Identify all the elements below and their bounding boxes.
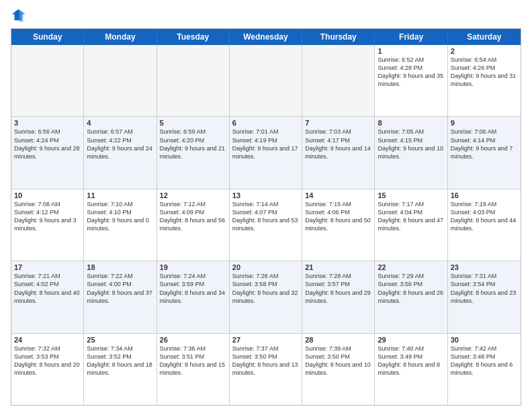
cell-info: Sunrise: 7:34 AM Sunset: 3:52 PM Dayligh… [87, 345, 153, 377]
day-number: 28 [305, 336, 371, 344]
calendar-cell: 27Sunrise: 7:37 AM Sunset: 3:50 PM Dayli… [230, 334, 302, 405]
calendar-cell: 13Sunrise: 7:14 AM Sunset: 4:07 PM Dayli… [230, 189, 302, 261]
day-number: 15 [378, 191, 444, 199]
calendar-cell [84, 45, 157, 116]
header-cell-sunday: Sunday [11, 29, 84, 45]
calendar-cell: 9Sunrise: 7:06 AM Sunset: 4:14 PM Daylig… [448, 117, 521, 188]
cell-info: Sunrise: 7:36 AM Sunset: 3:51 PM Dayligh… [160, 345, 226, 377]
calendar-cell: 6Sunrise: 7:01 AM Sunset: 4:19 PM Daylig… [230, 117, 302, 188]
calendar-cell: 18Sunrise: 7:22 AM Sunset: 4:00 PM Dayli… [84, 261, 157, 332]
day-number: 27 [232, 336, 299, 344]
cell-info: Sunrise: 7:26 AM Sunset: 3:58 PM Dayligh… [232, 272, 299, 305]
day-number: 9 [451, 119, 518, 127]
header-cell-wednesday: Wednesday [230, 29, 302, 45]
day-number: 20 [232, 263, 299, 271]
calendar-cell: 14Sunrise: 7:15 AM Sunset: 4:06 PM Dayli… [302, 189, 375, 261]
cell-info: Sunrise: 6:57 AM Sunset: 4:22 PM Dayligh… [87, 128, 153, 161]
header-cell-saturday: Saturday [448, 29, 521, 45]
cell-info: Sunrise: 7:21 AM Sunset: 4:02 PM Dayligh… [14, 272, 81, 305]
calendar-cell: 25Sunrise: 7:34 AM Sunset: 3:52 PM Dayli… [84, 334, 157, 405]
cell-info: Sunrise: 6:52 AM Sunset: 4:28 PM Dayligh… [378, 56, 444, 89]
calendar-cell: 3Sunrise: 6:56 AM Sunset: 4:24 PM Daylig… [11, 117, 84, 188]
day-number: 2 [451, 47, 518, 55]
calendar-cell: 26Sunrise: 7:36 AM Sunset: 3:51 PM Dayli… [157, 334, 230, 405]
calendar-cell: 15Sunrise: 7:17 AM Sunset: 4:04 PM Dayli… [375, 189, 447, 261]
cell-info: Sunrise: 7:39 AM Sunset: 3:50 PM Dayligh… [305, 345, 371, 377]
day-number: 6 [232, 119, 299, 127]
calendar-row: 17Sunrise: 7:21 AM Sunset: 4:02 PM Dayli… [11, 261, 521, 333]
cell-info: Sunrise: 7:40 AM Sunset: 3:49 PM Dayligh… [378, 345, 444, 377]
cell-info: Sunrise: 7:17 AM Sunset: 4:04 PM Dayligh… [378, 200, 444, 233]
cell-info: Sunrise: 7:10 AM Sunset: 4:10 PM Dayligh… [87, 200, 153, 233]
calendar-cell: 11Sunrise: 7:10 AM Sunset: 4:10 PM Dayli… [84, 189, 157, 261]
calendar-cell: 8Sunrise: 7:05 AM Sunset: 4:15 PM Daylig… [375, 117, 447, 188]
cell-info: Sunrise: 6:54 AM Sunset: 4:26 PM Dayligh… [451, 56, 518, 89]
cell-info: Sunrise: 7:12 AM Sunset: 4:09 PM Dayligh… [160, 200, 226, 233]
day-number: 12 [160, 191, 226, 199]
calendar-cell [230, 45, 302, 116]
calendar-cell: 22Sunrise: 7:29 AM Sunset: 3:56 PM Dayli… [375, 261, 447, 332]
calendar-cell: 30Sunrise: 7:42 AM Sunset: 3:48 PM Dayli… [448, 334, 521, 405]
day-number: 14 [305, 191, 371, 199]
calendar-cell: 16Sunrise: 7:19 AM Sunset: 4:03 PM Dayli… [448, 189, 521, 261]
cell-info: Sunrise: 7:15 AM Sunset: 4:06 PM Dayligh… [305, 200, 371, 233]
calendar-cell: 4Sunrise: 6:57 AM Sunset: 4:22 PM Daylig… [84, 117, 157, 188]
header [11, 8, 521, 23]
day-number: 8 [378, 119, 444, 127]
day-number: 18 [87, 263, 153, 271]
logo [11, 8, 28, 23]
day-number: 26 [160, 336, 226, 344]
calendar-cell [302, 45, 375, 116]
calendar-cell: 12Sunrise: 7:12 AM Sunset: 4:09 PM Dayli… [157, 189, 230, 261]
day-number: 22 [378, 263, 444, 271]
cell-info: Sunrise: 7:08 AM Sunset: 4:12 PM Dayligh… [14, 200, 81, 233]
calendar-row: 1Sunrise: 6:52 AM Sunset: 4:28 PM Daylig… [11, 45, 521, 117]
day-number: 30 [451, 336, 518, 344]
calendar-cell: 29Sunrise: 7:40 AM Sunset: 3:49 PM Dayli… [375, 334, 447, 405]
cell-info: Sunrise: 7:03 AM Sunset: 4:17 PM Dayligh… [305, 128, 371, 161]
calendar-cell: 17Sunrise: 7:21 AM Sunset: 4:02 PM Dayli… [11, 261, 84, 332]
day-number: 4 [87, 119, 153, 127]
cell-info: Sunrise: 7:06 AM Sunset: 4:14 PM Dayligh… [451, 128, 518, 161]
calendar-cell: 10Sunrise: 7:08 AM Sunset: 4:12 PM Dayli… [11, 189, 84, 261]
calendar-cell: 1Sunrise: 6:52 AM Sunset: 4:28 PM Daylig… [375, 45, 447, 116]
header-cell-thursday: Thursday [302, 29, 375, 45]
cell-info: Sunrise: 6:59 AM Sunset: 4:20 PM Dayligh… [160, 128, 226, 161]
day-number: 3 [14, 119, 81, 127]
header-cell-monday: Monday [84, 29, 157, 45]
cell-info: Sunrise: 7:28 AM Sunset: 3:57 PM Dayligh… [305, 272, 371, 305]
cell-info: Sunrise: 7:01 AM Sunset: 4:19 PM Dayligh… [232, 128, 299, 161]
day-number: 1 [378, 47, 444, 55]
day-number: 25 [87, 336, 153, 344]
calendar-row: 3Sunrise: 6:56 AM Sunset: 4:24 PM Daylig… [11, 117, 521, 189]
calendar-body: 1Sunrise: 6:52 AM Sunset: 4:28 PM Daylig… [11, 45, 521, 405]
calendar-cell: 21Sunrise: 7:28 AM Sunset: 3:57 PM Dayli… [302, 261, 375, 332]
calendar-cell: 24Sunrise: 7:32 AM Sunset: 3:53 PM Dayli… [11, 334, 84, 405]
cell-info: Sunrise: 7:29 AM Sunset: 3:56 PM Dayligh… [378, 272, 444, 305]
cell-info: Sunrise: 7:32 AM Sunset: 3:53 PM Dayligh… [14, 345, 81, 377]
day-number: 21 [305, 263, 371, 271]
header-cell-tuesday: Tuesday [157, 29, 230, 45]
day-number: 19 [160, 263, 226, 271]
day-number: 7 [305, 119, 371, 127]
day-number: 11 [87, 191, 153, 199]
calendar-cell [157, 45, 230, 116]
calendar-header: SundayMondayTuesdayWednesdayThursdayFrid… [11, 29, 521, 45]
logo-icon [11, 8, 26, 23]
cell-info: Sunrise: 7:05 AM Sunset: 4:15 PM Dayligh… [378, 128, 444, 161]
cell-info: Sunrise: 7:42 AM Sunset: 3:48 PM Dayligh… [451, 345, 518, 377]
header-cell-friday: Friday [375, 29, 447, 45]
cell-info: Sunrise: 6:56 AM Sunset: 4:24 PM Dayligh… [14, 128, 81, 161]
calendar-cell: 23Sunrise: 7:31 AM Sunset: 3:54 PM Dayli… [448, 261, 521, 332]
calendar: SundayMondayTuesdayWednesdayThursdayFrid… [11, 28, 521, 406]
calendar-cell: 7Sunrise: 7:03 AM Sunset: 4:17 PM Daylig… [302, 117, 375, 188]
calendar-cell: 20Sunrise: 7:26 AM Sunset: 3:58 PM Dayli… [230, 261, 302, 332]
day-number: 17 [14, 263, 81, 271]
cell-info: Sunrise: 7:19 AM Sunset: 4:03 PM Dayligh… [451, 200, 518, 233]
cell-info: Sunrise: 7:14 AM Sunset: 4:07 PM Dayligh… [232, 200, 299, 233]
calendar-row: 10Sunrise: 7:08 AM Sunset: 4:12 PM Dayli… [11, 189, 521, 261]
calendar-cell: 28Sunrise: 7:39 AM Sunset: 3:50 PM Dayli… [302, 334, 375, 405]
calendar-cell: 5Sunrise: 6:59 AM Sunset: 4:20 PM Daylig… [157, 117, 230, 188]
day-number: 5 [160, 119, 226, 127]
day-number: 13 [232, 191, 299, 199]
